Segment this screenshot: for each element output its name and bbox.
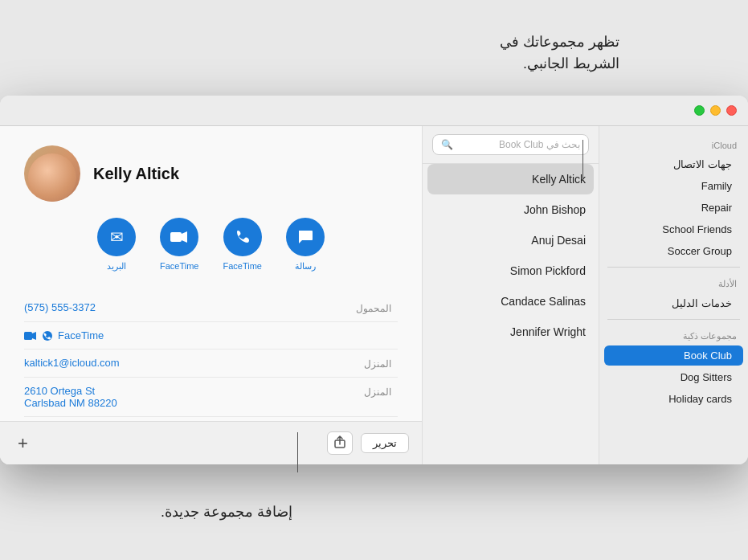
close-button[interactable] xyxy=(726,105,737,116)
search-icon: 🔍 xyxy=(441,139,453,150)
bottom-bar: تحرير + xyxy=(0,421,422,464)
contact-list-item[interactable]: Simon Pickford xyxy=(423,255,599,286)
edit-button[interactable]: تحرير xyxy=(361,433,409,453)
contact-list-item[interactable]: Candace Salinas xyxy=(423,286,599,317)
maximize-button[interactable] xyxy=(694,105,705,116)
sidebar-divider-1 xyxy=(607,267,740,268)
bottom-bar-container: تحرير + xyxy=(0,421,422,464)
address-field-row: المنزل 2610 Ortega StCarlsbad NM 88220 xyxy=(24,378,398,417)
contact-name: Kelly Altick xyxy=(93,165,179,183)
facetime-field-label xyxy=(333,329,398,331)
search-input[interactable]: بحث في Book Club 🔍 xyxy=(432,134,589,155)
email-field-row: المنزل kaltick1@icloud.com xyxy=(24,349,398,378)
action-buttons: ✉ البريد FaceTime xyxy=(24,218,398,272)
email-label-field: المنزل xyxy=(333,357,398,370)
contact-list-item[interactable]: Jennifer Wright xyxy=(423,317,599,347)
callout-bottom: إضافة مجموعة جديدة. xyxy=(161,503,292,521)
callout-bottom-text: إضافة مجموعة جديدة. xyxy=(161,503,292,521)
sidebar-item-directory-services[interactable]: خدمات الدليل xyxy=(604,293,743,313)
sidebar-divider-2 xyxy=(607,319,740,320)
sidebar-item-book-club[interactable]: Book Club xyxy=(604,345,743,366)
facetime-text: FaceTime xyxy=(58,329,104,341)
facetime-field-row: FaceTime xyxy=(24,322,398,349)
contact-list-item[interactable]: Kelly Altick xyxy=(427,164,594,194)
email-value[interactable]: kaltick1@icloud.com xyxy=(24,357,333,369)
facetime-audio-icon xyxy=(223,218,262,256)
search-placeholder: بحث في Book Club xyxy=(499,139,580,150)
avatar-face xyxy=(28,153,76,202)
sidebar-item-soccer-group[interactable]: Soccer Group xyxy=(604,241,743,261)
icloud-section-label: iCloud xyxy=(599,134,748,153)
facetime-value[interactable]: FaceTime xyxy=(24,329,333,341)
sidebar-item-school-friends[interactable]: School Friends xyxy=(604,219,743,239)
email-label: البريد xyxy=(107,261,126,272)
sidebar-item-repair[interactable]: Repair xyxy=(604,198,743,218)
callout-top: تظهر مجموعاتك في الشريط الجانبي. xyxy=(500,31,619,75)
contact-header: Kelly Altick xyxy=(24,145,398,202)
contact-panel: Kelly Altick ✉ البريد xyxy=(0,126,423,464)
traffic-lights xyxy=(694,105,737,116)
phone-field-row: المحمول (575) 555-3372 xyxy=(24,294,398,322)
avatar xyxy=(24,145,80,202)
svg-rect-2 xyxy=(24,332,32,340)
sidebar-item-holiday-cards[interactable]: Holiday cards xyxy=(604,389,743,409)
contact-list-item[interactable]: John Bishop xyxy=(423,194,599,225)
facetime-icons: FaceTime xyxy=(24,329,333,341)
directories-section-label: الأدلة xyxy=(599,272,748,292)
sidebar-item-all-contacts[interactable]: جهات الاتصال xyxy=(604,154,743,174)
callout-top-line2: الشريط الجانبي. xyxy=(500,53,619,75)
callout-bottom-line-indicator xyxy=(297,432,298,472)
phone-value[interactable]: (575) 555-3372 xyxy=(24,301,333,313)
svg-marker-3 xyxy=(32,332,36,340)
outer-wrapper: تظهر مجموعاتك في الشريط الجانبي. Kelly A… xyxy=(0,96,748,464)
svg-marker-1 xyxy=(182,231,187,243)
contact-list-panel: بحث في Book Club 🔍 Kelly Altick John Bis… xyxy=(423,126,599,464)
contact-list-item[interactable]: Anuj Desai xyxy=(423,225,599,255)
message-icon xyxy=(286,218,325,256)
main-content: Kelly Altick ✉ البريد xyxy=(0,126,748,464)
search-bar-container: بحث في Book Club 🔍 xyxy=(423,126,599,164)
title-bar xyxy=(0,96,748,126)
sidebar-item-family[interactable]: Family xyxy=(604,176,743,196)
sidebar-item-dog-sitters[interactable]: Dog Sitters xyxy=(604,367,743,387)
svg-rect-0 xyxy=(170,232,182,242)
sidebar: iCloud جهات الاتصال Family Repair School… xyxy=(599,126,748,464)
message-button[interactable]: رسالة xyxy=(286,218,325,272)
smart-groups-section-label: مجموعات ذكية xyxy=(599,325,748,345)
bottom-bar-left: تحرير xyxy=(327,431,409,455)
email-icon: ✉ xyxy=(97,218,136,256)
add-group-button[interactable]: + xyxy=(13,433,33,454)
facetime-audio-label: FaceTime xyxy=(223,261,263,271)
callout-top-line-indicator xyxy=(582,140,583,180)
message-label: رسالة xyxy=(295,261,316,272)
minimize-button[interactable] xyxy=(710,105,721,116)
callout-top-line1: تظهر مجموعاتك في xyxy=(500,31,619,53)
share-button[interactable] xyxy=(327,431,353,455)
phone-label: المحمول xyxy=(333,301,398,314)
facetime-audio-button[interactable]: FaceTime xyxy=(223,218,263,272)
facetime-video-icon xyxy=(160,218,198,256)
facetime-video-button[interactable]: FaceTime xyxy=(160,218,199,272)
email-button[interactable]: ✉ البريد xyxy=(97,218,136,272)
address-value[interactable]: 2610 Ortega StCarlsbad NM 88220 xyxy=(24,385,333,409)
facetime-video-label: FaceTime xyxy=(160,261,199,271)
app-window: Kelly Altick ✉ البريد xyxy=(0,96,748,464)
address-label: المنزل xyxy=(333,385,398,398)
contact-list: Kelly Altick John Bishop Anuj Desai Simo… xyxy=(423,164,599,464)
svg-point-4 xyxy=(43,331,52,341)
